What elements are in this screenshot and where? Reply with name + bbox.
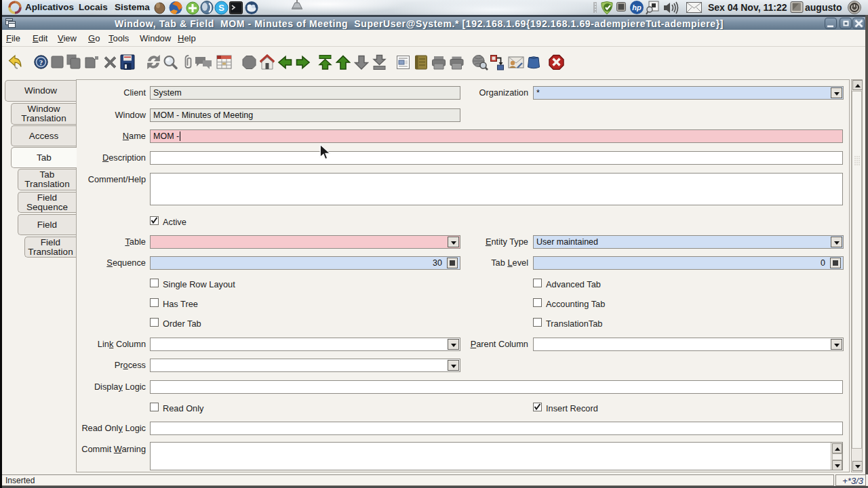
svg-text:S: S (218, 3, 224, 13)
svg-text:?: ? (39, 58, 43, 66)
svg-text:hp: hp (632, 3, 642, 12)
